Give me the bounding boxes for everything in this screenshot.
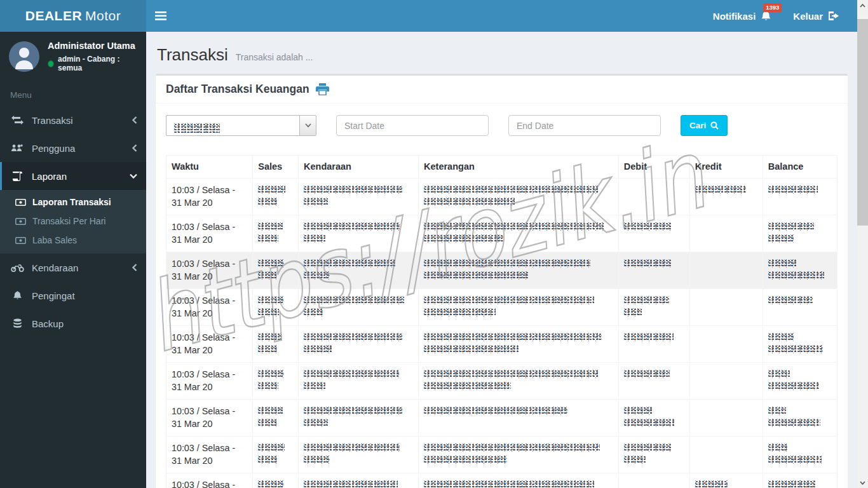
cell-waktu: 10:03 / Selasa - 31 Mar 20 [166, 473, 253, 488]
app-logo[interactable]: DEALER Motor [0, 0, 146, 32]
cell-sales-censored [253, 179, 299, 215]
menu-header: Menu [0, 83, 146, 106]
chevron-left-icon [132, 264, 137, 271]
sidebar-toggle-button[interactable] [146, 0, 175, 32]
cell-balance-censored [763, 326, 837, 363]
cell-balance-censored [763, 437, 837, 473]
censored-select-value [174, 123, 220, 133]
cell-debit-censored [618, 289, 689, 326]
cell-balance-censored [763, 289, 837, 326]
filter-bar: Cari [166, 115, 837, 136]
cell-balance-censored [763, 179, 837, 215]
table-row[interactable]: 10:03 / Selasa - 31 Mar 20 [166, 473, 837, 488]
table-row[interactable]: 10:03 / Selasa - 31 Mar 20 [166, 215, 837, 252]
notifications-menu[interactable]: Notifikasi 1393 [713, 10, 772, 22]
cell-waktu: 10:03 / Selasa - 31 Mar 20 [166, 179, 253, 215]
cell-balance-censored [763, 215, 837, 252]
table-row[interactable]: 10:03 / Selasa - 31 Mar 20 [166, 363, 837, 400]
column-header-waktu: Waktu [166, 156, 253, 179]
search-button[interactable]: Cari [681, 115, 728, 136]
cell-keterangan-censored [419, 289, 619, 326]
cell-waktu: 10:03 / Selasa - 31 Mar 20 [166, 363, 253, 400]
table-row[interactable]: 10:03 / Selasa - 31 Mar 20 [166, 400, 837, 437]
cell-keterangan-censored [419, 215, 619, 252]
cell-debit-censored [618, 326, 689, 363]
page-title: Transaksi [157, 45, 228, 65]
sidebar-item-transaksi[interactable]: Transaksi [0, 106, 146, 134]
cell-kendaraan-censored [299, 363, 419, 400]
user-name: Administator Utama [48, 41, 137, 51]
start-date-input[interactable] [336, 115, 489, 136]
cell-kredit-censored [689, 252, 763, 289]
cell-keterangan-censored [419, 179, 619, 215]
cell-kredit-censored [689, 179, 763, 215]
column-header-kendaraan: Kendaraan [299, 156, 419, 179]
cell-sales-censored [253, 363, 299, 400]
cell-kendaraan-censored [299, 437, 419, 473]
cell-keterangan-censored [419, 252, 619, 289]
sidebar-item-laporan-transaksi[interactable]: Laporan Transaksi [0, 193, 146, 212]
cell-keterangan-censored [419, 400, 619, 437]
cell-kredit-censored [689, 215, 763, 252]
cell-balance-censored [763, 363, 837, 400]
sidebar-item-label: Laporan [32, 171, 67, 182]
sidebar-item-backup[interactable]: Backup [0, 309, 146, 337]
chevron-left-icon [132, 144, 137, 152]
logout-button[interactable]: Keluar [793, 11, 839, 22]
table-row[interactable]: 10:03 / Selasa - 31 Mar 20 [166, 326, 837, 363]
cell-sales-censored [253, 437, 299, 473]
cell-balance-censored [763, 400, 837, 437]
page-subtitle: Transaksi adalah ... [236, 52, 313, 62]
vertical-scrollbar[interactable] [857, 0, 868, 488]
cell-sales-censored [253, 215, 299, 252]
scroll-up-arrow-icon[interactable] [857, 0, 868, 11]
cell-waktu: 10:03 / Selasa - 31 Mar 20 [166, 252, 253, 289]
content-header: Transaksi Transaksi adalah ... [156, 41, 848, 74]
cell-sales-censored [253, 252, 299, 289]
select-arrow-icon [299, 116, 316, 135]
cell-waktu: 10:03 / Selasa - 31 Mar 20 [166, 289, 253, 326]
sidebar-item-pengguna[interactable]: Pengguna [0, 134, 146, 162]
cell-debit-censored [618, 473, 689, 488]
cell-kredit-censored [689, 363, 763, 400]
cell-balance-censored [763, 473, 837, 488]
cell-balance-censored [763, 252, 837, 289]
end-date-input[interactable] [508, 115, 661, 136]
column-header-sales: Sales [253, 156, 299, 179]
scrollbar-thumb[interactable] [857, 19, 868, 226]
navbar-right: Notifikasi 1393 Keluar [713, 0, 857, 32]
top-navbar: DEALER Motor Notifikasi 1393 Keluar [0, 0, 857, 32]
notifications-label: Notifikasi [713, 11, 756, 22]
column-header-debit: Debit [618, 156, 689, 179]
cell-kendaraan-censored [299, 400, 419, 437]
sidebar-item-label: Backup [32, 318, 64, 329]
print-button[interactable] [316, 83, 329, 95]
submenu-item-label: Transaksi Per Hari [32, 216, 105, 226]
submenu-laporan: Laporan Transaksi Transaksi Per Hari Lab… [0, 190, 146, 254]
sidebar-item-laba-sales[interactable]: Laba Sales [0, 231, 146, 250]
cell-waktu: 10:03 / Selasa - 31 Mar 20 [166, 437, 253, 473]
chevron-down-icon [130, 173, 137, 179]
scroll-icon [10, 171, 24, 181]
branch-select[interactable] [166, 115, 316, 136]
user-silhouette-icon [9, 41, 39, 72]
sidebar-item-transaksi-per-hari[interactable]: Transaksi Per Hari [0, 212, 146, 231]
cell-waktu: 10:03 / Selasa - 31 Mar 20 [166, 215, 253, 252]
table-header-row: Waktu Sales Kendaraan Keterangan Debit K… [166, 156, 837, 179]
sidebar-item-kendaraan[interactable]: Kendaraan [0, 254, 146, 281]
table-row[interactable]: 10:03 / Selasa - 31 Mar 20 [166, 289, 837, 326]
sidebar-item-pengingat[interactable]: Pengingat [0, 281, 146, 309]
cell-kendaraan-censored [299, 252, 419, 289]
table-row[interactable]: 10:03 / Selasa - 31 Mar 20 [166, 252, 837, 289]
sidebar-item-laporan[interactable]: Laporan [0, 162, 146, 190]
brand-bold: DEALER [25, 8, 82, 24]
submenu-item-label: Laporan Transaksi [32, 197, 111, 207]
cell-keterangan-censored [419, 473, 619, 488]
sidebar-item-label: Pengguna [32, 143, 75, 154]
table-row[interactable]: 10:03 / Selasa - 31 Mar 20 [166, 179, 837, 215]
scroll-down-arrow-icon[interactable] [857, 477, 868, 488]
table-row[interactable]: 10:03 / Selasa - 31 Mar 20 [166, 437, 837, 473]
user-status: admin - Cabang : semua [48, 55, 137, 72]
panel-body: Cari Waktu Sales Kendaraan [156, 104, 848, 488]
exchange-icon [10, 116, 24, 125]
